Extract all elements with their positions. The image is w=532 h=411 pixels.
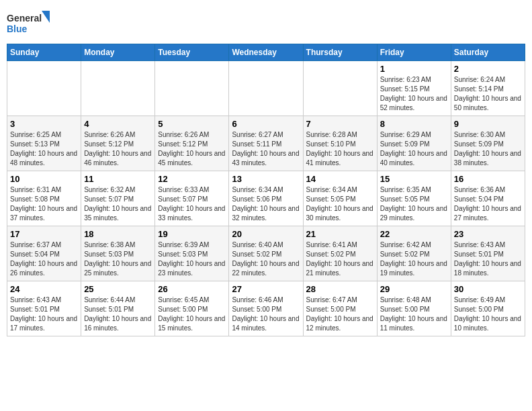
calendar-cell xyxy=(229,61,303,116)
calendar-cell: 21Sunrise: 6:41 AM Sunset: 5:02 PM Dayli… xyxy=(303,226,377,281)
day-number: 14 xyxy=(306,174,374,184)
day-info: Sunrise: 6:31 AM Sunset: 5:08 PM Dayligh… xyxy=(10,185,78,223)
day-number: 12 xyxy=(158,174,226,184)
weekday-header-sunday: Sunday xyxy=(7,44,81,61)
day-info: Sunrise: 6:44 AM Sunset: 5:01 PM Dayligh… xyxy=(84,295,152,333)
day-number: 5 xyxy=(158,119,226,129)
day-info: Sunrise: 6:34 AM Sunset: 5:06 PM Dayligh… xyxy=(232,185,300,223)
day-number: 6 xyxy=(232,119,300,129)
day-info: Sunrise: 6:42 AM Sunset: 5:02 PM Dayligh… xyxy=(380,240,448,278)
day-info: Sunrise: 6:24 AM Sunset: 5:14 PM Dayligh… xyxy=(454,75,522,113)
day-number: 4 xyxy=(84,119,152,129)
day-number: 26 xyxy=(158,284,226,294)
calendar-cell: 12Sunrise: 6:33 AM Sunset: 5:07 PM Dayli… xyxy=(155,171,229,226)
calendar-cell: 17Sunrise: 6:37 AM Sunset: 5:04 PM Dayli… xyxy=(7,226,81,281)
day-info: Sunrise: 6:32 AM Sunset: 5:07 PM Dayligh… xyxy=(84,185,152,223)
day-number: 1 xyxy=(380,64,448,74)
day-number: 2 xyxy=(454,64,522,74)
calendar-cell: 23Sunrise: 6:43 AM Sunset: 5:01 PM Dayli… xyxy=(451,226,525,281)
calendar-header: SundayMondayTuesdayWednesdayThursdayFrid… xyxy=(7,44,525,61)
weekday-header-tuesday: Tuesday xyxy=(155,44,229,61)
calendar-cell: 29Sunrise: 6:48 AM Sunset: 5:00 PM Dayli… xyxy=(377,281,451,336)
day-number: 19 xyxy=(158,229,226,239)
day-number: 13 xyxy=(232,174,300,184)
day-number: 7 xyxy=(306,119,374,129)
calendar-cell: 2Sunrise: 6:24 AM Sunset: 5:14 PM Daylig… xyxy=(451,61,525,116)
day-info: Sunrise: 6:25 AM Sunset: 5:13 PM Dayligh… xyxy=(10,130,78,168)
calendar-cell xyxy=(7,61,81,116)
day-number: 3 xyxy=(10,119,78,129)
day-info: Sunrise: 6:47 AM Sunset: 5:00 PM Dayligh… xyxy=(306,295,374,333)
calendar-cell: 11Sunrise: 6:32 AM Sunset: 5:07 PM Dayli… xyxy=(81,171,155,226)
day-number: 15 xyxy=(380,174,448,184)
page-header: General Blue xyxy=(7,7,525,40)
calendar-cell: 24Sunrise: 6:43 AM Sunset: 5:01 PM Dayli… xyxy=(7,281,81,336)
day-number: 21 xyxy=(306,229,374,239)
calendar-week-2: 3Sunrise: 6:25 AM Sunset: 5:13 PM Daylig… xyxy=(7,116,525,171)
day-number: 25 xyxy=(84,284,152,294)
day-number: 22 xyxy=(380,229,448,239)
day-number: 18 xyxy=(84,229,152,239)
calendar-cell: 16Sunrise: 6:36 AM Sunset: 5:04 PM Dayli… xyxy=(451,171,525,226)
day-info: Sunrise: 6:35 AM Sunset: 5:05 PM Dayligh… xyxy=(380,185,448,223)
weekday-header-saturday: Saturday xyxy=(451,44,525,61)
calendar-week-3: 10Sunrise: 6:31 AM Sunset: 5:08 PM Dayli… xyxy=(7,171,525,226)
svg-text:General: General xyxy=(7,13,42,24)
day-info: Sunrise: 6:37 AM Sunset: 5:04 PM Dayligh… xyxy=(10,240,78,278)
day-info: Sunrise: 6:23 AM Sunset: 5:15 PM Dayligh… xyxy=(380,75,448,113)
calendar-cell: 7Sunrise: 6:28 AM Sunset: 5:10 PM Daylig… xyxy=(303,116,377,171)
day-info: Sunrise: 6:49 AM Sunset: 5:00 PM Dayligh… xyxy=(454,295,522,333)
calendar-cell: 9Sunrise: 6:30 AM Sunset: 5:09 PM Daylig… xyxy=(451,116,525,171)
calendar-cell: 13Sunrise: 6:34 AM Sunset: 5:06 PM Dayli… xyxy=(229,171,303,226)
day-info: Sunrise: 6:40 AM Sunset: 5:02 PM Dayligh… xyxy=(232,240,300,278)
day-info: Sunrise: 6:43 AM Sunset: 5:01 PM Dayligh… xyxy=(454,240,522,278)
day-info: Sunrise: 6:36 AM Sunset: 5:04 PM Dayligh… xyxy=(454,185,522,223)
calendar-cell: 18Sunrise: 6:38 AM Sunset: 5:03 PM Dayli… xyxy=(81,226,155,281)
svg-marker-2 xyxy=(42,11,50,23)
calendar-cell xyxy=(81,61,155,116)
calendar-cell: 28Sunrise: 6:47 AM Sunset: 5:00 PM Dayli… xyxy=(303,281,377,336)
calendar-cell: 30Sunrise: 6:49 AM Sunset: 5:00 PM Dayli… xyxy=(451,281,525,336)
calendar-cell: 10Sunrise: 6:31 AM Sunset: 5:08 PM Dayli… xyxy=(7,171,81,226)
day-info: Sunrise: 6:30 AM Sunset: 5:09 PM Dayligh… xyxy=(454,130,522,168)
day-info: Sunrise: 6:41 AM Sunset: 5:02 PM Dayligh… xyxy=(306,240,374,278)
calendar-cell: 3Sunrise: 6:25 AM Sunset: 5:13 PM Daylig… xyxy=(7,116,81,171)
calendar-cell: 27Sunrise: 6:46 AM Sunset: 5:00 PM Dayli… xyxy=(229,281,303,336)
day-number: 27 xyxy=(232,284,300,294)
day-number: 20 xyxy=(232,229,300,239)
day-info: Sunrise: 6:28 AM Sunset: 5:10 PM Dayligh… xyxy=(306,130,374,168)
day-info: Sunrise: 6:29 AM Sunset: 5:09 PM Dayligh… xyxy=(380,130,448,168)
calendar-cell xyxy=(303,61,377,116)
day-number: 28 xyxy=(306,284,374,294)
calendar-week-1: 1Sunrise: 6:23 AM Sunset: 5:15 PM Daylig… xyxy=(7,61,525,116)
day-info: Sunrise: 6:38 AM Sunset: 5:03 PM Dayligh… xyxy=(84,240,152,278)
day-info: Sunrise: 6:45 AM Sunset: 5:00 PM Dayligh… xyxy=(158,295,226,333)
weekday-header-wednesday: Wednesday xyxy=(229,44,303,61)
calendar-week-4: 17Sunrise: 6:37 AM Sunset: 5:04 PM Dayli… xyxy=(7,226,525,281)
day-number: 30 xyxy=(454,284,522,294)
day-number: 24 xyxy=(10,284,78,294)
day-number: 16 xyxy=(454,174,522,184)
day-number: 9 xyxy=(454,119,522,129)
logo: General Blue xyxy=(7,9,54,40)
day-info: Sunrise: 6:34 AM Sunset: 5:05 PM Dayligh… xyxy=(306,185,374,223)
weekday-header-friday: Friday xyxy=(377,44,451,61)
calendar-cell: 8Sunrise: 6:29 AM Sunset: 5:09 PM Daylig… xyxy=(377,116,451,171)
calendar-cell: 14Sunrise: 6:34 AM Sunset: 5:05 PM Dayli… xyxy=(303,171,377,226)
calendar-cell: 6Sunrise: 6:27 AM Sunset: 5:11 PM Daylig… xyxy=(229,116,303,171)
day-number: 17 xyxy=(10,229,78,239)
calendar-cell: 26Sunrise: 6:45 AM Sunset: 5:00 PM Dayli… xyxy=(155,281,229,336)
day-number: 11 xyxy=(84,174,152,184)
day-info: Sunrise: 6:26 AM Sunset: 5:12 PM Dayligh… xyxy=(84,130,152,168)
day-info: Sunrise: 6:46 AM Sunset: 5:00 PM Dayligh… xyxy=(232,295,300,333)
weekday-header-monday: Monday xyxy=(81,44,155,61)
calendar-cell: 19Sunrise: 6:39 AM Sunset: 5:03 PM Dayli… xyxy=(155,226,229,281)
day-info: Sunrise: 6:39 AM Sunset: 5:03 PM Dayligh… xyxy=(158,240,226,278)
day-number: 29 xyxy=(380,284,448,294)
day-number: 23 xyxy=(454,229,522,239)
weekday-header-thursday: Thursday xyxy=(303,44,377,61)
calendar-cell: 5Sunrise: 6:26 AM Sunset: 5:12 PM Daylig… xyxy=(155,116,229,171)
calendar-cell: 1Sunrise: 6:23 AM Sunset: 5:15 PM Daylig… xyxy=(377,61,451,116)
calendar-table: SundayMondayTuesdayWednesdayThursdayFrid… xyxy=(7,44,525,336)
day-info: Sunrise: 6:27 AM Sunset: 5:11 PM Dayligh… xyxy=(232,130,300,168)
